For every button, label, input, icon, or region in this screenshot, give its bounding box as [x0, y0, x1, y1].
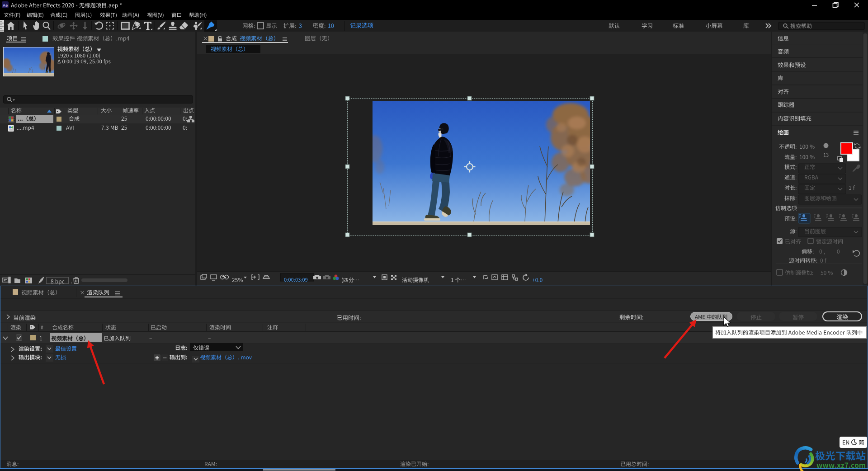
svg-text:Ae: Ae: [3, 3, 8, 8]
